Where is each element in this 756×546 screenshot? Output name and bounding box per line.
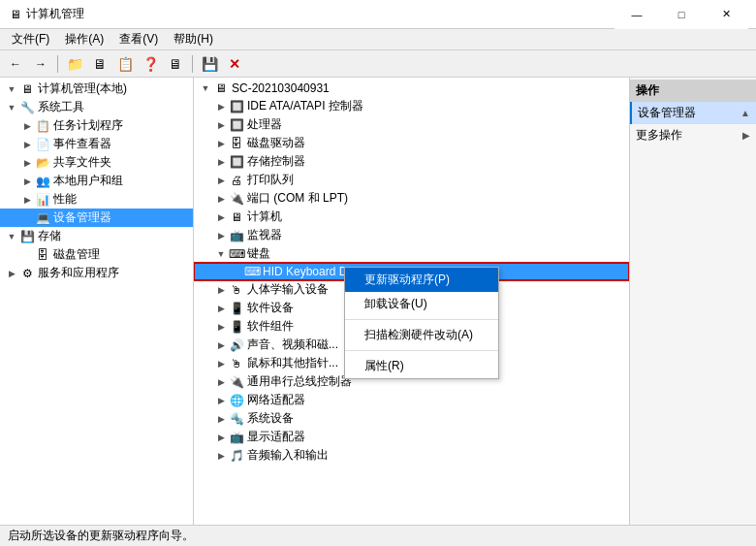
storage-icon: 💾 <box>19 229 35 244</box>
right-more-label: 更多操作 <box>636 127 682 144</box>
menu-help[interactable]: 帮助(H) <box>166 29 221 49</box>
mid-disk[interactable]: 🗄 磁盘驱动器 <box>194 134 629 152</box>
right-devmgr-arrow: ▲ <box>740 108 750 118</box>
right-more-arrow: ▶ <box>742 130 750 141</box>
left-root-node[interactable]: 🖥 计算机管理(本地) <box>0 80 193 98</box>
app-icon: 🖥 <box>8 7 23 22</box>
audio-label: 音频输入和输出 <box>247 447 329 464</box>
ide-icon: 🔲 <box>229 99 244 114</box>
usb-label: 通用串行总线控制器 <box>247 373 352 390</box>
toolbar-btn-4[interactable]: ❓ <box>139 53 162 75</box>
audio-arrow <box>213 448 229 464</box>
sw-comp-arrow <box>213 319 229 335</box>
sound-icon: 🔊 <box>229 337 244 353</box>
hid-input-label: 人体学输入设备 <box>247 281 329 298</box>
left-storage[interactable]: 💾 存储 <box>0 227 193 245</box>
display-icon: 📺 <box>229 430 244 445</box>
mid-audio[interactable]: 🎵 音频输入和输出 <box>194 446 629 465</box>
left-services[interactable]: ⚙ 服务和应用程序 <box>0 264 193 282</box>
toolbar-btn-1[interactable]: 📁 <box>63 53 86 75</box>
mid-keyboard[interactable]: ⌨ 键盘 <box>194 244 629 263</box>
ctx-uninstall[interactable]: 卸载设备(U) <box>345 292 498 316</box>
mid-computer-root[interactable]: 🖥 SC-202103040931 <box>194 80 629 97</box>
mid-ports[interactable]: 🔌 端口 (COM 和 LPT) <box>194 189 629 208</box>
print-arrow <box>213 173 229 188</box>
right-more-actions[interactable]: 更多操作 ▶ <box>630 124 756 146</box>
left-system-tools[interactable]: 🔧 系统工具 <box>0 98 193 116</box>
red-x-icon: ✕ <box>229 56 240 72</box>
sysdev-arrow <box>213 411 229 427</box>
share-arrow <box>19 155 35 171</box>
ports-arrow <box>213 191 229 207</box>
mid-stg-icon: 🔲 <box>229 154 244 170</box>
left-disk-mgmt[interactable]: 🗄 磁盘管理 <box>0 245 193 264</box>
close-button[interactable]: ✕ <box>704 0 748 29</box>
left-task-scheduler[interactable]: 📋 任务计划程序 <box>0 116 193 135</box>
print-icon: 🖨 <box>229 173 244 188</box>
left-device-manager[interactable]: 💻 设备管理器 <box>0 209 193 227</box>
right-device-manager[interactable]: 设备管理器 ▲ <box>630 102 756 124</box>
minimize-button[interactable]: — <box>614 0 659 29</box>
mid-disk-label: 磁盘驱动器 <box>247 135 305 151</box>
hid-input-icon: 🖱 <box>229 282 244 298</box>
event-icon: 📄 <box>35 137 50 152</box>
back-button[interactable] <box>4 53 27 75</box>
mouse-icon: 🖱 <box>229 356 244 371</box>
left-performance[interactable]: 📊 性能 <box>0 190 193 209</box>
menu-action[interactable]: 操作(A) <box>57 29 111 49</box>
menu-view[interactable]: 查看(V) <box>111 29 166 49</box>
devmgr-icon: 💻 <box>35 210 50 226</box>
cpu-label: 处理器 <box>247 116 282 133</box>
sw-dev-icon: 📱 <box>229 301 244 316</box>
toolbar-btn-5[interactable]: 🖥 <box>164 53 187 75</box>
comp-icon: 🖥 <box>229 209 244 225</box>
usb-arrow <box>213 374 229 390</box>
monitor-label: 监视器 <box>247 227 282 243</box>
mid-network[interactable]: 🌐 网络适配器 <box>194 391 629 409</box>
usb-icon: 🔌 <box>229 374 244 390</box>
share-label: 共享文件夹 <box>53 154 111 171</box>
forward-button[interactable] <box>29 53 52 75</box>
left-shared-folder[interactable]: 📂 共享文件夹 <box>0 153 193 172</box>
devmgr-label: 设备管理器 <box>53 209 111 226</box>
toolbar-btn-3[interactable]: 📋 <box>113 53 137 75</box>
svc-arrow <box>4 266 19 281</box>
net-arrow <box>213 393 229 408</box>
mid-cpu[interactable]: 🔲 处理器 <box>194 115 629 134</box>
mid-display[interactable]: 📺 显示适配器 <box>194 428 629 446</box>
ctx-properties[interactable]: 属性(R) <box>345 354 498 378</box>
users-label: 本地用户和组 <box>53 173 123 189</box>
ide-arrow <box>213 99 229 114</box>
left-local-users[interactable]: 👥 本地用户和组 <box>0 172 193 190</box>
audio-icon: 🎵 <box>229 448 244 464</box>
mid-monitor[interactable]: 📺 监视器 <box>194 226 629 244</box>
ctx-scan-hardware[interactable]: 扫描检测硬件改动(A) <box>345 323 498 347</box>
mid-root-label: SC-202103040931 <box>232 81 330 95</box>
toolbar-btn-2[interactable]: 🖥 <box>88 53 111 75</box>
toolbar-btn-6[interactable]: 💾 <box>198 53 221 75</box>
menu-bar: 文件(F) 操作(A) 查看(V) 帮助(H) <box>0 29 756 50</box>
toolbar-btn-red-x[interactable]: ✕ <box>223 53 246 75</box>
right-devmgr-label: 设备管理器 <box>638 105 696 121</box>
print-label: 打印队列 <box>247 172 294 188</box>
mid-storage-ctrl[interactable]: 🔲 存储控制器 <box>194 152 629 171</box>
menu-file[interactable]: 文件(F) <box>4 29 57 49</box>
cpu-arrow <box>213 117 229 133</box>
maximize-button[interactable]: □ <box>659 0 704 29</box>
mid-ide[interactable]: 🔲 IDE ATA/ATAPI 控制器 <box>194 97 629 115</box>
left-event-viewer[interactable]: 📄 事件查看器 <box>0 135 193 153</box>
event-label: 事件查看器 <box>53 136 111 152</box>
display-arrow <box>213 430 229 445</box>
sw-comp-label: 软件组件 <box>247 318 294 335</box>
mid-disk-icon: 🗄 <box>229 136 244 151</box>
context-menu: 更新驱动程序(P) 卸载设备(U) 扫描检测硬件改动(A) 属性(R) <box>344 267 499 379</box>
ctx-update-driver[interactable]: 更新驱动程序(P) <box>345 268 498 292</box>
root-expand-arrow <box>4 81 19 97</box>
sys-tools-label: 系统工具 <box>38 99 84 115</box>
mid-print[interactable]: 🖨 打印队列 <box>194 171 629 189</box>
mid-computer[interactable]: 🖥 计算机 <box>194 208 629 226</box>
users-icon: 👥 <box>35 174 50 189</box>
left-panel: 🖥 计算机管理(本地) 🔧 系统工具 📋 任务计划程序 📄 事件查看器 📂 共享… <box>0 78 194 525</box>
mid-sysdev[interactable]: 🔩 系统设备 <box>194 409 629 428</box>
main-layout: 🖥 计算机管理(本地) 🔧 系统工具 📋 任务计划程序 📄 事件查看器 📂 共享… <box>0 78 756 525</box>
